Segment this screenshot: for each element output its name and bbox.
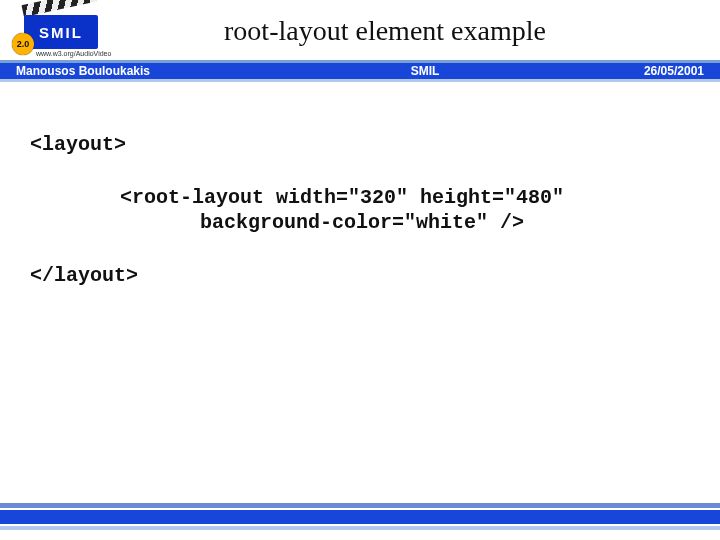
slide: SMIL 2.0 www.w3.org/AudioVideo root-layo… — [0, 0, 720, 540]
code-line-open: <layout> — [30, 132, 690, 157]
bar-accent-bottom — [0, 79, 720, 82]
slide-title: root-layout element example — [120, 15, 710, 47]
clapper-body-icon: SMIL — [24, 15, 98, 49]
footer-accent-2 — [0, 510, 720, 524]
footer-accent-3 — [0, 526, 720, 530]
code-line-close: </layout> — [30, 235, 690, 288]
code-block: <layout> <root-layout width="320" height… — [0, 82, 720, 288]
bar-center-label: SMIL — [246, 64, 604, 78]
logo-url: www.w3.org/AudioVideo — [36, 50, 111, 57]
version-badge: 2.0 — [12, 33, 34, 55]
info-bar: Manousos Bouloukakis SMIL 26/05/2001 — [0, 60, 720, 82]
footer-accent-1 — [0, 503, 720, 508]
logo-text: SMIL — [39, 24, 83, 41]
code-line-1: <root-layout width="320" height="480" — [30, 157, 690, 210]
smil-logo: SMIL 2.0 www.w3.org/AudioVideo — [10, 5, 120, 57]
code-line-2: background-color="white" /> — [30, 210, 690, 235]
bar-main: Manousos Bouloukakis SMIL 26/05/2001 — [0, 63, 720, 79]
author-name: Manousos Bouloukakis — [16, 64, 246, 78]
footer-bars — [0, 503, 720, 530]
slide-date: 26/05/2001 — [604, 64, 704, 78]
header: SMIL 2.0 www.w3.org/AudioVideo root-layo… — [0, 0, 720, 58]
